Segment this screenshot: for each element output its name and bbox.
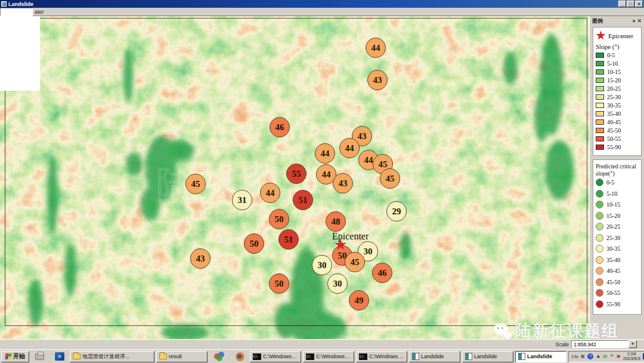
predicted-slope-point[interactable]: 44 <box>366 38 386 58</box>
legend-range-label: 10-15 <box>606 201 620 208</box>
map-canvas[interactable]: 陆新征课题组 444346434444444555444543454431512… <box>0 16 589 339</box>
legend-item: 0-5 <box>596 52 640 59</box>
predicted-slope-point[interactable]: 51 <box>278 229 299 250</box>
legend-epicenter-label: Epicenter <box>608 32 633 39</box>
legend-item: 45-50 <box>596 278 640 286</box>
predicted-slope-point[interactable]: 45 <box>380 168 400 189</box>
minimize-button[interactable]: _ <box>618 1 626 7</box>
watermark-text: 陆新征课题组 <box>515 320 619 342</box>
flag-icon[interactable]: ⚑ <box>610 354 614 359</box>
predicted-slope-point[interactable]: 29 <box>386 201 407 222</box>
legend-swatch <box>596 128 604 133</box>
maximize-button[interactable]: □ <box>627 1 634 7</box>
legend-item: 20-25 <box>596 85 640 92</box>
printer-icon[interactable] <box>34 351 45 362</box>
taskbar-window-button[interactable]: result <box>156 351 208 362</box>
predicted-slope-point[interactable]: 45 <box>185 174 206 194</box>
critical-legend-rows: 0-55-1010-1515-2020-2525-3030-3535-4040-… <box>596 179 640 308</box>
legend-range-label: 40-45 <box>606 267 620 274</box>
legend-swatch <box>596 212 603 220</box>
legend-range-label: 10-15 <box>607 69 621 75</box>
taskbar-window-label: Landslide <box>527 353 552 359</box>
pin-icon[interactable]: ⌖ <box>632 18 635 24</box>
close-button[interactable]: × <box>635 1 643 7</box>
blank-area <box>0 16 40 91</box>
predicted-slope-point[interactable]: 31 <box>232 190 252 210</box>
legend-range-label: 55-90 <box>607 144 621 150</box>
taskbar-window-button[interactable]: C:\C:\Windows\syste... <box>356 351 407 362</box>
predicted-slope-point[interactable]: 46 <box>372 263 392 283</box>
toolbar-label: ater <box>35 9 44 15</box>
legend-item: 30-35 <box>596 245 640 253</box>
layer-combo[interactable] <box>0 8 33 16</box>
legend-range-label: 35-40 <box>606 257 620 263</box>
predicted-slope-point[interactable]: 48 <box>326 211 346 232</box>
legend-item: 20-25 <box>596 223 640 230</box>
predicted-slope-point[interactable]: 50 <box>244 233 264 254</box>
predicted-slope-point[interactable]: 30 <box>312 255 332 275</box>
legend-item: 15-20 <box>596 212 640 220</box>
taskbar-window-button[interactable]: 地震滑坡计算程序... <box>70 351 154 362</box>
taskbar-window-button[interactable]: Landslide <box>462 351 513 362</box>
legend-item: 25-30 <box>596 234 640 242</box>
help-icon[interactable]: ? <box>587 353 593 359</box>
predicted-slope-point[interactable]: 43 <box>367 70 388 90</box>
legend-item: 55-90 <box>596 144 640 150</box>
start-button[interactable]: 开始 <box>1 351 29 362</box>
predicted-slope-point[interactable]: 43 <box>190 248 210 269</box>
legend-swatch <box>596 190 603 198</box>
predicted-slope-point[interactable]: 43 <box>333 173 353 193</box>
predicted-slope-point[interactable]: 50 <box>269 273 289 294</box>
legend-swatch <box>596 111 604 116</box>
folder-icon <box>159 353 167 359</box>
legend-item: 55-90 <box>596 300 640 308</box>
predicted-slope-point[interactable]: 49 <box>349 290 369 310</box>
legend-swatch <box>596 103 604 108</box>
legend-swatch <box>596 267 603 275</box>
legend-range-label: 5-10 <box>607 60 618 67</box>
predicted-slope-point[interactable]: 30 <box>327 273 348 294</box>
legend-range-label: 20-25 <box>607 85 621 92</box>
legend-panel-title: 图例 <box>592 17 603 25</box>
taskbar-window-button[interactable]: Landslide <box>515 351 566 362</box>
tri-circle-app-icon[interactable] <box>214 351 225 362</box>
predicted-slope-point[interactable]: 44 <box>339 138 360 158</box>
taskbar-window-button[interactable]: C:\C:\Windows\syste... <box>250 351 301 362</box>
slope-legend-title: Slope (°) <box>596 43 640 50</box>
legend-swatch <box>596 144 604 150</box>
input-indicator[interactable]: CN <box>571 354 578 359</box>
monitor-icon[interactable]: ▣ <box>581 354 586 359</box>
taskbar-window-button[interactable]: Landslide <box>409 351 460 362</box>
folder-icon <box>73 353 80 359</box>
predicted-slope-point[interactable]: 44 <box>315 143 335 164</box>
safely-remove-icon[interactable]: ▤ <box>603 354 608 359</box>
taskbar-window-button[interactable]: C:\C:\Windows\syste... <box>303 351 354 362</box>
legend-swatch <box>596 223 603 230</box>
legend-range-label: 0-5 <box>607 52 615 59</box>
legend-swatch <box>596 278 603 286</box>
predicted-slope-point[interactable]: 46 <box>270 117 290 137</box>
legend-item: 40-45 <box>596 267 640 275</box>
expand-tray-icon[interactable]: ▲ <box>596 354 600 359</box>
powershell-icon[interactable]: > <box>54 351 65 362</box>
predicted-slope-point[interactable]: 51 <box>293 190 313 210</box>
tray-date: 2023/5/3 <box>623 356 640 361</box>
alert-icon[interactable]: ◉ <box>617 354 621 359</box>
firefox-icon[interactable] <box>234 351 245 362</box>
predicted-slope-point[interactable]: 44 <box>260 183 280 203</box>
predicted-slope-point[interactable]: 50 <box>269 209 289 229</box>
legend-range-label: 0-5 <box>606 179 614 186</box>
panel-close-icon[interactable]: ✕ <box>637 18 642 24</box>
tray-clock[interactable]: 1:04 2023/5/3 <box>623 352 640 361</box>
legend-swatch <box>596 53 604 58</box>
legend-item: 50-55 <box>596 289 640 297</box>
legend-swatch <box>596 86 604 91</box>
legend-range-label: 30-35 <box>607 102 621 109</box>
critical-legend-title: Predicted critical slope(°) <box>596 163 640 177</box>
legend-range-label: 45-50 <box>606 279 620 285</box>
legend-swatch <box>596 300 603 308</box>
predicted-slope-point[interactable]: 45 <box>345 252 365 272</box>
scale-dropdown-icon[interactable]: ▼ <box>628 340 637 348</box>
predicted-slope-point[interactable]: 55 <box>286 164 306 184</box>
legend-item: 25-30 <box>596 94 640 100</box>
